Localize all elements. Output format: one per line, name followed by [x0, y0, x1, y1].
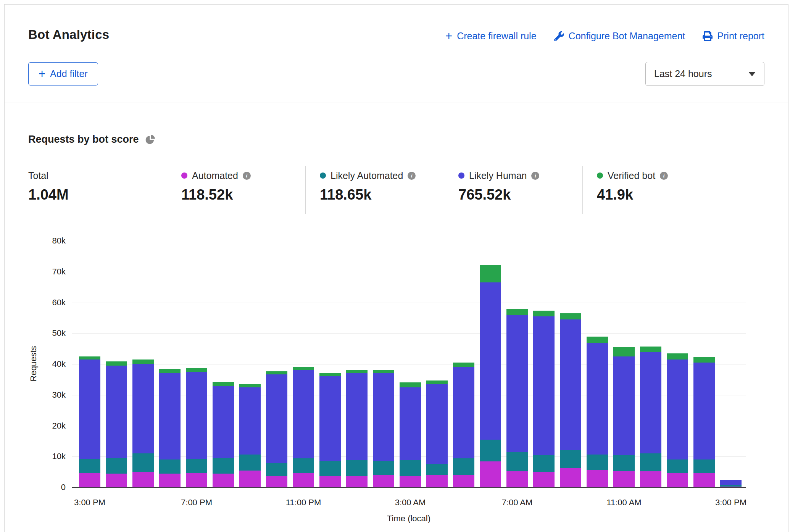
bar-10 [319, 373, 341, 487]
bar-segment-likely-automated [560, 450, 581, 468]
card-header: Bot Analytics + Create firewall rule Con… [5, 5, 788, 103]
bar-15 [453, 363, 474, 487]
info-icon[interactable]: i [660, 172, 668, 180]
bar-17 [506, 309, 528, 487]
bar-segment-verified-bot [132, 360, 154, 364]
bar-segment-verified-bot [693, 357, 715, 363]
bar-25 [720, 480, 742, 487]
gridline [72, 241, 746, 241]
bar-segment-likely-human [159, 373, 181, 459]
info-icon[interactable]: i [243, 172, 251, 180]
printer-icon [703, 31, 713, 41]
info-icon[interactable]: i [531, 172, 539, 180]
bar-segment-likely-human [293, 370, 314, 458]
bar-segment-likely-automated [239, 455, 261, 471]
add-filter-button[interactable]: + Add filter [28, 62, 98, 85]
gridline [72, 303, 746, 303]
bar-segment-likely-automated [106, 458, 127, 473]
stat-total-value: 1.04M [28, 187, 167, 203]
configure-bot-management-link[interactable]: Configure Bot Management [554, 31, 685, 42]
bar-18 [533, 311, 555, 487]
bar-segment-verified-bot [159, 369, 181, 373]
bar-segment-verified-bot [373, 370, 394, 373]
bar-20 [587, 337, 608, 487]
bar-segment-likely-human [106, 366, 127, 458]
bar-segment-likely-automated [506, 452, 528, 471]
bar-segment-likely-human [373, 373, 394, 461]
y-axis-tick-label: 0 [31, 482, 66, 492]
x-axis-tick-label: 3:00 PM [55, 498, 124, 508]
x-axis-tick-label: 3:00 PM [696, 498, 765, 508]
stat-automated-value: 118.52k [181, 187, 305, 203]
bar-segment-likely-human [132, 364, 154, 453]
bar-segment-likely-automated [159, 459, 181, 474]
bar-segment-likely-human [186, 372, 207, 459]
bar-segment-likely-automated [186, 459, 207, 473]
x-axis-tick-label: 7:00 AM [483, 498, 551, 508]
y-axis-tick-label: 10k [31, 451, 66, 461]
legend-dot-verified-bot [597, 172, 603, 179]
bar-8 [266, 371, 287, 487]
stat-likely-automated: Likely Automated i 118.65k [306, 166, 444, 214]
x-axis-tick-label: 7:00 PM [162, 498, 231, 508]
x-axis-title: Time (local) [351, 514, 466, 524]
bar-12 [373, 370, 394, 487]
bar-segment-likely-automated [453, 458, 474, 475]
bar-4 [159, 369, 181, 487]
bar-segment-automated [213, 474, 234, 487]
info-icon[interactable]: i [408, 172, 416, 180]
wrench-icon [554, 31, 564, 41]
bar-11 [346, 370, 368, 487]
bar-segment-automated [319, 476, 341, 487]
bar-segment-likely-human [239, 387, 261, 455]
bar-segment-verified-bot [613, 347, 635, 356]
bar-segment-verified-bot [106, 361, 127, 366]
bar-segment-verified-bot [319, 373, 341, 376]
bar-21 [613, 347, 635, 487]
stat-likely-human-label: Likely Human [469, 170, 527, 181]
bar-segment-likely-human [640, 352, 661, 453]
bar-segment-likely-automated [640, 453, 661, 471]
bar-segment-likely-human [693, 363, 715, 459]
bar-2 [106, 361, 127, 487]
bar-segment-likely-human [79, 360, 100, 459]
gridline [72, 272, 746, 272]
create-firewall-rule-label: Create firewall rule [457, 31, 536, 42]
bar-segment-likely-automated [667, 459, 688, 473]
bar-segment-verified-bot [667, 353, 688, 360]
x-axis-tick-label: 11:00 AM [590, 498, 658, 508]
page-title: Bot Analytics [28, 27, 109, 42]
bar-segment-likely-human [453, 367, 474, 458]
bar-segment-likely-automated [132, 453, 154, 472]
print-report-label: Print report [717, 31, 764, 42]
print-report-link[interactable]: Print report [703, 31, 764, 42]
stat-likely-human-value: 765.52k [458, 187, 582, 203]
create-firewall-rule-link[interactable]: + Create firewall rule [445, 31, 537, 42]
bar-segment-likely-automated [293, 458, 314, 473]
bar-segment-verified-bot [506, 309, 528, 315]
x-axis-tick-label: 11:00 PM [269, 498, 338, 508]
y-axis-tick-label: 20k [31, 421, 66, 431]
bar-segment-verified-bot [239, 384, 261, 387]
bar-13 [400, 382, 421, 487]
bar-segment-likely-human [346, 373, 368, 460]
bar-segment-verified-bot [266, 371, 287, 375]
stat-likely-automated-label: Likely Automated [331, 170, 403, 181]
requests-bar-chart: 010k20k30k40k50k60k70k80k3:00 PM7:00 PM1… [5, 231, 788, 532]
bar-segment-likely-human [213, 386, 234, 458]
stat-verified-bot-label: Verified bot [608, 170, 655, 181]
bar-segment-likely-automated [587, 455, 608, 470]
time-range-select[interactable]: Last 24 hours [645, 62, 764, 86]
bar-segment-likely-human [613, 356, 635, 455]
bar-segment-verified-bot [293, 367, 314, 370]
bar-segment-likely-human [667, 360, 688, 459]
bar-segment-automated [480, 461, 501, 487]
bar-segment-likely-human [560, 319, 581, 450]
bar-segment-automated [640, 471, 661, 487]
bar-segment-automated [400, 476, 421, 487]
bar-segment-automated [239, 471, 261, 487]
legend-dot-likely-automated [320, 172, 326, 179]
bar-1 [79, 356, 100, 487]
bar-3 [132, 360, 154, 487]
bar-segment-automated [106, 474, 127, 487]
